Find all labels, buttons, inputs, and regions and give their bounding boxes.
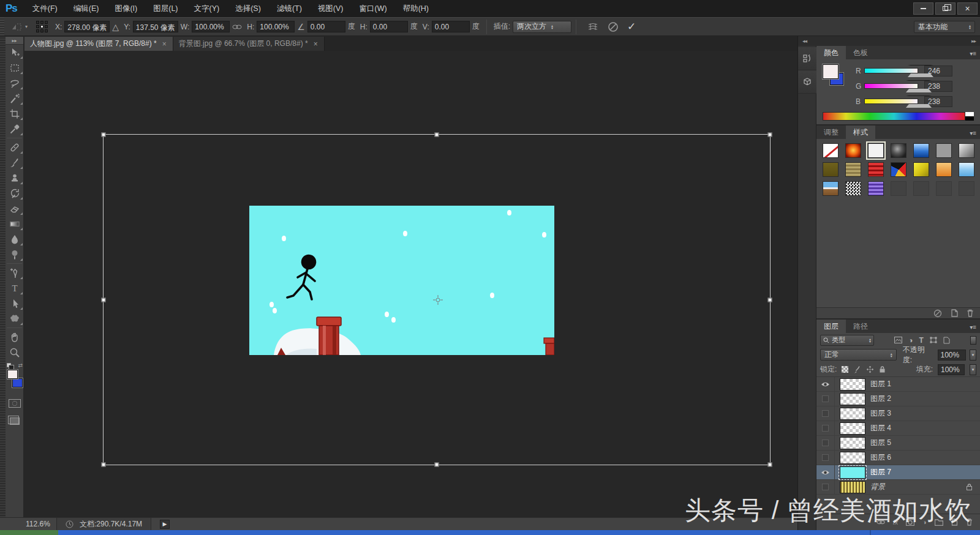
pen-tool[interactable] [6,265,24,280]
gradient-tool[interactable] [6,216,24,231]
visibility-toggle[interactable] [816,392,835,406]
visibility-toggle[interactable] [816,421,835,436]
fill-dropdown-button[interactable]: ▾ [970,364,976,375]
blend-mode-dropdown[interactable]: 正常 ▴▾ [820,349,897,361]
style-swatch-gray-bevel[interactable] [959,143,974,158]
layer-thumbnail[interactable] [840,393,865,405]
transform-handle-top-center[interactable] [435,133,439,137]
menu-file[interactable]: 文件(F) [24,0,66,17]
transform-handle-top-left[interactable] [102,133,106,137]
new-style-icon[interactable] [951,309,958,317]
transform-handle-middle-right[interactable] [768,297,772,302]
workspace-switcher[interactable]: 基本功能 ▴▾ [914,21,975,33]
filter-type-layers-icon[interactable]: T [919,336,923,345]
h-skew-input[interactable]: 0.00 [370,21,408,32]
visibility-toggle[interactable] [816,451,835,465]
layer-thumbnail[interactable] [840,466,865,479]
style-swatch-empty-1[interactable] [891,181,907,196]
style-swatch-flat-gray[interactable] [936,143,952,158]
style-swatch-empty-3[interactable] [936,181,952,196]
filter-type-dropdown[interactable]: 类型 ▴▾ [820,335,874,346]
transform-handle-top-right[interactable] [768,133,772,137]
link-dimensions-icon[interactable] [232,23,242,31]
style-swatch-white-rounded[interactable] [868,143,884,158]
y-position-input[interactable]: 137.50 像素 [133,21,178,32]
menu-edit[interactable]: 编辑(E) [66,0,107,17]
style-swatch-yellow-gem[interactable] [913,162,929,177]
style-swatch-blue-gloss[interactable] [913,143,929,158]
trash-icon[interactable] [967,309,974,317]
transform-handle-middle-left[interactable] [102,297,106,302]
zoom-level-field[interactable]: 112.6% [0,520,56,528]
visibility-toggle[interactable] [816,436,835,451]
style-swatch-empty-4[interactable] [959,181,974,196]
interpolation-dropdown[interactable]: 两次立方 ▴▾ [513,21,571,33]
style-swatch-dark-sphere[interactable] [891,143,907,158]
crop-tool[interactable] [6,106,24,121]
filter-pixel-layers-icon[interactable] [894,337,902,343]
eyedropper-tool[interactable] [6,121,24,137]
style-swatch-fire-glow[interactable] [845,143,861,158]
v-skew-input[interactable]: 0.00 [432,21,470,32]
style-swatch-landscape[interactable] [823,181,839,196]
layer-thumbnail[interactable] [840,408,865,420]
filter-smart-objects-icon[interactable] [943,337,950,344]
foreground-color-swatch[interactable] [7,370,18,379]
layer-row-7-selected[interactable]: 图层 7 [816,465,980,480]
cancel-transform-icon[interactable] [608,21,619,32]
custom-shape-tool[interactable] [6,311,24,326]
tab-adjustments[interactable]: 调整 [816,125,846,139]
style-swatch-khaki-stripes[interactable] [845,162,861,177]
layer-row-3[interactable]: 图层 3 [816,406,980,421]
style-swatch-camo[interactable] [891,162,907,177]
menu-image[interactable]: 图像(I) [107,0,145,17]
tab-paths[interactable]: 路径 [846,320,875,333]
filter-shape-layers-icon[interactable] [930,337,937,343]
panel-menu-icon[interactable]: ▾≡ [966,48,980,59]
lock-position-icon[interactable] [866,365,874,373]
menu-select[interactable]: 选择(S) [227,0,269,17]
style-swatch-purple-stripes[interactable] [868,181,884,196]
style-swatch-bw-noise[interactable] [845,181,861,196]
layer-row-2[interactable]: 图层 2 [816,392,980,406]
layer-thumbnail[interactable] [840,378,865,391]
relative-position-icon[interactable]: △ [112,22,119,32]
document-tab-beijingtu[interactable]: 背景图.jpg @ 66.7% (图层 0, RGB/8#) * × [173,37,325,51]
tab-styles[interactable]: 样式 [846,125,875,139]
tab-color[interactable]: 颜色 [816,46,846,59]
menu-help[interactable]: 帮助(H) [395,0,437,17]
panel-menu-icon[interactable]: ▾≡ [966,321,980,333]
visibility-toggle[interactable] [816,377,835,392]
document-tab-renwutu[interactable]: 人物图.jpg @ 113% (图层 7, RGB/8#) * × [24,37,173,51]
quick-mask-button[interactable] [6,395,24,411]
opacity-dropdown-button[interactable]: ▾ [970,350,976,361]
history-panel-button[interactable] [798,47,816,70]
layer-thumbnail[interactable] [840,481,865,493]
lock-pixels-icon[interactable] [853,365,861,373]
history-brush-tool[interactable] [6,185,24,201]
filter-adjustment-layers-icon[interactable]: ◑ [908,336,913,345]
visibility-toggle[interactable] [816,465,835,480]
menu-filter[interactable]: 滤镜(T) [269,0,310,17]
magic-wand-tool[interactable] [6,91,24,106]
transform-reference-point[interactable] [433,295,443,305]
transform-tool-badge[interactable]: ▾ [10,22,28,32]
lasso-tool[interactable] [6,75,24,91]
swap-colors-icon[interactable]: ⇄ [18,362,23,369]
close-icon[interactable]: × [162,40,167,48]
lock-all-icon[interactable] [879,365,886,373]
move-tool[interactable] [6,45,24,60]
close-icon[interactable]: × [313,40,318,48]
path-selection-tool[interactable] [6,296,24,311]
dodge-tool[interactable] [6,247,24,262]
x-position-input[interactable]: 278.00 像素 [64,21,110,32]
rectangular-marquee-tool[interactable] [6,60,24,75]
layer-thumbnail[interactable] [840,422,865,435]
transform-handle-bottom-center[interactable] [435,463,439,467]
width-input[interactable]: 100.00% [192,21,230,32]
layer-thumbnail[interactable] [840,452,865,464]
collapse-panels-right-icon[interactable]: ▸▸ [971,38,976,44]
warp-mode-icon[interactable] [587,22,599,32]
style-swatch-none[interactable] [823,143,839,158]
properties-panel-button[interactable] [798,70,816,94]
